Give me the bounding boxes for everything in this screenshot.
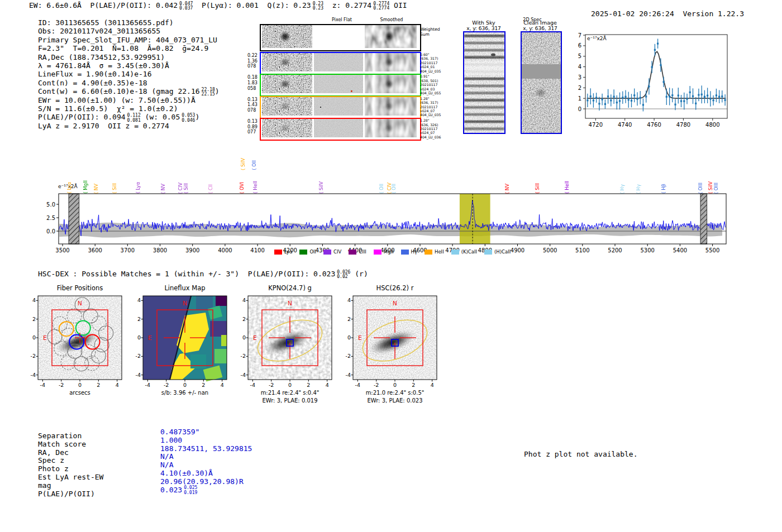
y-tick-label: 2: [339, 316, 351, 322]
table-row-label-7: P(LAE)/P(OII): [38, 490, 95, 498]
spec2d-cell-0-2: [365, 53, 417, 71]
x-tick-label: -2: [370, 382, 383, 388]
y-tick-label: 2: [24, 316, 36, 322]
hetdex-detection-report: EW: 6.6±0.6Å P(LAE)/P(OII): 0.0420.0470.…: [0, 0, 782, 532]
hscdex-match-line: HSC-DEX : Possible Matches = 1 (within +…: [38, 270, 368, 280]
x-tick-label: 2: [197, 382, 210, 388]
spec2d-cell-2-0: [262, 97, 312, 116]
kpno-cutout-xlabel: m:21.4 re:2.4" s:0.4": [234, 390, 346, 396]
svg-text:E: E: [43, 334, 47, 341]
stacked-fraction: 0.0530.046: [182, 113, 195, 123]
y-tick-label: 2: [129, 316, 141, 322]
spec2d-left-label-3: 0.130.89077: [247, 119, 259, 135]
legend-item-Hγ: Hγ: [401, 249, 417, 255]
summary-stats-line: EW: 6.6±0.6Å P(LAE)/P(OII): 0.0420.0470.…: [29, 1, 407, 11]
svg-text:4800: 4800: [705, 122, 719, 128]
y-tick-label: 4: [24, 297, 36, 303]
table-row-label-6: mag: [38, 481, 51, 490]
x-tick-label: 0: [388, 382, 402, 388]
info-line-4: RA,Dec (188.734512,53.929951): [38, 53, 220, 61]
spec2d-cell-1-2: [365, 75, 417, 93]
spec2d-cell-2-1: [314, 97, 363, 116]
info-line-0: ID: 3011365655 (3011365655.pdf): [38, 18, 220, 27]
x-tick-label: 0: [178, 382, 192, 388]
info-line-3: F=2.3" T=0.201 N̄=1.08 Ā=0.82 ḡ=24.9: [38, 44, 220, 52]
svg-text:2.5: 2.5: [46, 215, 55, 221]
y-tick-label: 0: [129, 334, 141, 341]
table-row-label-4: Photo z: [38, 464, 69, 473]
photz-note: Phot z plot not available.: [524, 450, 638, 458]
with-sky-title: With Sky: [456, 20, 512, 26]
legend-swatch: [401, 250, 409, 255]
table-row-label-1: Match score: [38, 440, 86, 448]
svg-text:N: N: [393, 300, 397, 306]
spec2d-right-label-1: 0.91"(638, 501)20210117v024_03404_LU_055: [420, 74, 451, 95]
info-line-10: S/N = 11.6(±0.5) χ² = 1.0(±0.2): [38, 104, 220, 113]
spec2d-row-3: [260, 118, 421, 141]
legend-swatch: [484, 250, 492, 255]
lineflux-map-title: Lineflux Map: [129, 284, 241, 292]
svg-text:0: 0: [578, 106, 581, 112]
legend-item-KCaII: (K)CaII: [451, 249, 477, 255]
svg-text:3: 3: [578, 74, 581, 80]
spec2d-weighted-cell-1: [314, 25, 363, 48]
spec2d-cell-3-2: [365, 119, 417, 137]
y-tick-label: -2: [339, 353, 351, 359]
spec2d-cell-3-0: [262, 119, 312, 137]
info-line-1: Obs: 20210117v024_3011365655: [38, 27, 220, 35]
x-tick-label: 0: [283, 382, 297, 388]
spec2d-right-label-2: 1.28"(636, 317)20210117v024_07404_LU_035: [420, 97, 451, 117]
x-tick-label: 2: [302, 382, 315, 388]
legend-swatch: [451, 250, 459, 255]
y-tick-label: -2: [234, 353, 246, 359]
svg-text:1: 1: [578, 95, 581, 102]
info-line-2: Primary Spec_Slot_IFU_AMP: 404_073_071_L…: [38, 36, 220, 44]
spec2d-col-header-pixelflat: Pixel Flat: [322, 17, 361, 22]
table-row-value-7: 0.0230.0250.019: [160, 486, 197, 496]
x-tick-label: 2: [92, 382, 105, 388]
spec2d-cell-3-1: [314, 119, 363, 137]
svg-text:4780: 4780: [676, 122, 690, 128]
detection-info-block: ID: 3011365655 (3011365655.pdf)Obs: 2021…: [38, 18, 220, 130]
legend-item-CIV: CIV: [323, 249, 341, 255]
svg-text:e⁻¹⁷x2Å: e⁻¹⁷x2Å: [587, 35, 607, 41]
x-tick-label: -4: [141, 382, 154, 388]
legend-item-MgII: MgII: [374, 249, 394, 255]
x-tick-label: 4: [216, 382, 229, 388]
spec2d-left-label-2: 0.131.43078: [247, 97, 259, 113]
kpno-cutout-image: NE: [248, 296, 332, 380]
spec2d-cell-1-0: [262, 75, 312, 93]
fiber-positions-panel: Fiber Positions NE arcsecs -4-4-2-200224…: [24, 282, 136, 410]
table-row-value-1: 1.000: [160, 436, 182, 444]
x-tick-label: -4: [246, 382, 259, 388]
svg-text:2: 2: [578, 85, 581, 91]
table-row-value-3: N/A: [160, 452, 173, 461]
fiber-positions-xlabel: arcsecs: [24, 390, 136, 396]
svg-text:E: E: [148, 334, 152, 341]
fiber-positions-title: Fiber Positions: [24, 284, 136, 292]
clean-image: [521, 31, 562, 134]
lineflux-map-panel: Lineflux Map NE s/b: 3.96 +/- nan -4-4-2…: [129, 282, 241, 410]
x-tick-label: 2: [407, 382, 420, 388]
weighted-sum-label: Weighted Sum: [420, 27, 440, 37]
stacked-fraction: 0.27740.2774: [373, 2, 389, 11]
y-tick-label: 0: [339, 334, 351, 341]
svg-text:7: 7: [578, 32, 581, 39]
table-row-label-5: Est LyA rest-EW: [38, 473, 103, 481]
spec2d-col-header-smoothed: Smoothed: [372, 17, 411, 22]
y-tick-label: 4: [129, 297, 141, 303]
legend-swatch: [274, 250, 282, 255]
line-fit-inset-chart: 4720474047604780480001234567e⁻¹⁷x2Å: [578, 28, 735, 142]
line-marker-oii: ( OII: [251, 160, 257, 170]
y-tick-label: 0: [234, 334, 246, 341]
table-row-value-0: 0.487359": [160, 428, 199, 436]
stacked-fraction: 0.0470.037: [179, 2, 193, 11]
spec2d-weighted-cell-2: [365, 25, 417, 48]
legend-item-HeII: HeII: [425, 249, 444, 255]
x-tick-label: -4: [36, 382, 49, 388]
svg-text:E: E: [358, 334, 362, 341]
legend-swatch: [425, 250, 432, 255]
spec2d-cell-0-1: [314, 53, 363, 71]
y-tick-label: -2: [24, 353, 36, 359]
spec2d-right-label-0: 0.60"(636, 317)20210117v024_01404_LU_035: [420, 52, 451, 73]
